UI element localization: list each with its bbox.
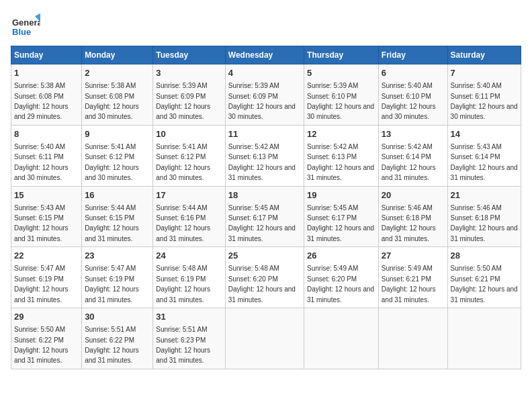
daylight-text: Daylight: 12 hours and 30 minutes. [307,103,374,120]
daylight-text: Daylight: 12 hours and 31 minutes. [85,347,139,364]
calendar-cell [447,308,521,369]
day-number: 1 [14,67,79,79]
day-number: 24 [156,250,222,262]
sunrise-text: Sunrise: 5:45 AM [228,204,279,212]
sunrise-text: Sunrise: 5:49 AM [382,265,433,272]
logo: General Blue [11,11,40,40]
calendar-body: 1Sunrise: 5:38 AMSunset: 6:08 PMDaylight… [11,64,521,369]
day-number: 10 [156,128,222,140]
calendar-cell: 14Sunrise: 5:43 AMSunset: 6:14 PMDayligh… [447,125,521,186]
daylight-text: Daylight: 12 hours and 30 minutes. [382,103,436,120]
sunset-text: Sunset: 6:19 PM [85,275,134,283]
svg-text:Blue: Blue [12,27,31,37]
sunrise-text: Sunrise: 5:51 AM [156,326,207,333]
header-cell-tuesday: Tuesday [153,46,225,64]
day-number: 6 [382,67,445,79]
daylight-text: Daylight: 12 hours and 30 minutes. [156,164,210,181]
calendar-cell: 12Sunrise: 5:42 AMSunset: 6:13 PMDayligh… [304,125,379,186]
sunset-text: Sunset: 6:16 PM [156,214,206,222]
sunrise-text: Sunrise: 5:39 AM [228,82,279,89]
day-number: 22 [14,250,79,262]
daylight-text: Daylight: 12 hours and 30 minutes. [228,103,296,120]
daylight-text: Daylight: 12 hours and 31 minutes. [156,285,210,303]
calendar-cell: 25Sunrise: 5:48 AMSunset: 6:20 PMDayligh… [225,247,304,308]
calendar-cell: 26Sunrise: 5:49 AMSunset: 6:20 PMDayligh… [304,247,379,308]
page-header: General Blue [11,11,521,40]
sunset-text: Sunset: 6:19 PM [14,275,64,283]
day-number: 30 [85,311,150,323]
sunset-text: Sunset: 6:08 PM [85,93,134,100]
daylight-text: Daylight: 12 hours and 31 minutes. [307,224,374,242]
day-number: 4 [228,67,301,79]
logo-icon: General Blue [11,11,40,40]
calendar-cell: 22Sunrise: 5:47 AMSunset: 6:19 PMDayligh… [11,247,82,308]
daylight-text: Daylight: 12 hours and 31 minutes. [451,285,518,303]
header-cell-saturday: Saturday [447,46,521,64]
daylight-text: Daylight: 12 hours and 30 minutes. [156,103,210,120]
daylight-text: Daylight: 12 hours and 31 minutes. [14,224,69,242]
sunrise-text: Sunrise: 5:50 AM [14,326,65,333]
calendar-week-row: 8Sunrise: 5:40 AMSunset: 6:11 PMDaylight… [11,125,521,186]
sunset-text: Sunset: 6:21 PM [382,275,431,283]
calendar-cell: 31Sunrise: 5:51 AMSunset: 6:23 PMDayligh… [153,308,225,369]
sunset-text: Sunset: 6:17 PM [228,214,278,222]
day-number: 18 [228,189,301,201]
calendar-cell: 24Sunrise: 5:48 AMSunset: 6:19 PMDayligh… [153,247,225,308]
sunrise-text: Sunrise: 5:39 AM [307,82,358,89]
daylight-text: Daylight: 12 hours and 31 minutes. [382,285,436,303]
calendar-week-row: 15Sunrise: 5:43 AMSunset: 6:15 PMDayligh… [11,186,521,247]
calendar-cell [304,308,379,369]
calendar-cell [378,308,447,369]
day-number: 16 [85,189,150,201]
sunset-text: Sunset: 6:13 PM [307,153,357,161]
sunset-text: Sunset: 6:22 PM [14,336,64,344]
day-number: 8 [14,128,79,140]
day-number: 29 [14,311,79,323]
daylight-text: Daylight: 12 hours and 30 minutes. [85,103,139,120]
header-cell-thursday: Thursday [304,46,379,64]
daylight-text: Daylight: 12 hours and 31 minutes. [85,285,139,303]
calendar-cell [225,308,304,369]
calendar-week-row: 22Sunrise: 5:47 AMSunset: 6:19 PMDayligh… [11,247,521,308]
calendar-cell: 4Sunrise: 5:39 AMSunset: 6:09 PMDaylight… [225,64,304,126]
calendar-cell: 19Sunrise: 5:45 AMSunset: 6:17 PMDayligh… [304,186,379,247]
sunrise-text: Sunrise: 5:48 AM [228,265,279,272]
sunrise-text: Sunrise: 5:38 AM [85,82,136,89]
sunrise-text: Sunrise: 5:40 AM [451,82,502,89]
sunset-text: Sunset: 6:10 PM [307,93,357,100]
sunrise-text: Sunrise: 5:39 AM [156,82,207,89]
sunset-text: Sunset: 6:12 PM [156,153,206,161]
calendar-cell: 2Sunrise: 5:38 AMSunset: 6:08 PMDaylight… [82,64,153,126]
sunrise-text: Sunrise: 5:42 AM [382,143,433,150]
daylight-text: Daylight: 12 hours and 31 minutes. [14,347,69,364]
day-number: 21 [451,189,518,201]
sunrise-text: Sunrise: 5:38 AM [14,82,65,89]
day-number: 17 [156,189,222,201]
sunset-text: Sunset: 6:17 PM [307,214,357,222]
sunset-text: Sunset: 6:11 PM [451,93,500,100]
calendar-cell: 18Sunrise: 5:45 AMSunset: 6:17 PMDayligh… [225,186,304,247]
day-number: 2 [85,67,150,79]
calendar-cell: 9Sunrise: 5:41 AMSunset: 6:12 PMDaylight… [82,125,153,186]
calendar-cell: 23Sunrise: 5:47 AMSunset: 6:19 PMDayligh… [82,247,153,308]
daylight-text: Daylight: 12 hours and 31 minutes. [156,347,210,364]
sunrise-text: Sunrise: 5:42 AM [307,143,358,150]
calendar-week-row: 1Sunrise: 5:38 AMSunset: 6:08 PMDaylight… [11,64,521,126]
daylight-text: Daylight: 12 hours and 31 minutes. [85,224,139,242]
daylight-text: Daylight: 12 hours and 31 minutes. [382,164,436,181]
day-number: 7 [451,67,518,79]
calendar-cell: 28Sunrise: 5:50 AMSunset: 6:21 PMDayligh… [447,247,521,308]
calendar-week-row: 29Sunrise: 5:50 AMSunset: 6:22 PMDayligh… [11,308,521,369]
calendar-cell: 3Sunrise: 5:39 AMSunset: 6:09 PMDaylight… [153,64,225,126]
sunset-text: Sunset: 6:23 PM [156,336,206,344]
calendar-cell: 16Sunrise: 5:44 AMSunset: 6:15 PMDayligh… [82,186,153,247]
daylight-text: Daylight: 12 hours and 31 minutes. [307,164,374,181]
header-cell-friday: Friday [378,46,447,64]
sunset-text: Sunset: 6:13 PM [228,153,278,161]
sunset-text: Sunset: 6:21 PM [451,275,500,283]
daylight-text: Daylight: 12 hours and 31 minutes. [228,164,296,181]
day-number: 5 [307,67,375,79]
day-number: 20 [382,189,445,201]
header-cell-wednesday: Wednesday [225,46,304,64]
sunrise-text: Sunrise: 5:44 AM [85,204,136,212]
